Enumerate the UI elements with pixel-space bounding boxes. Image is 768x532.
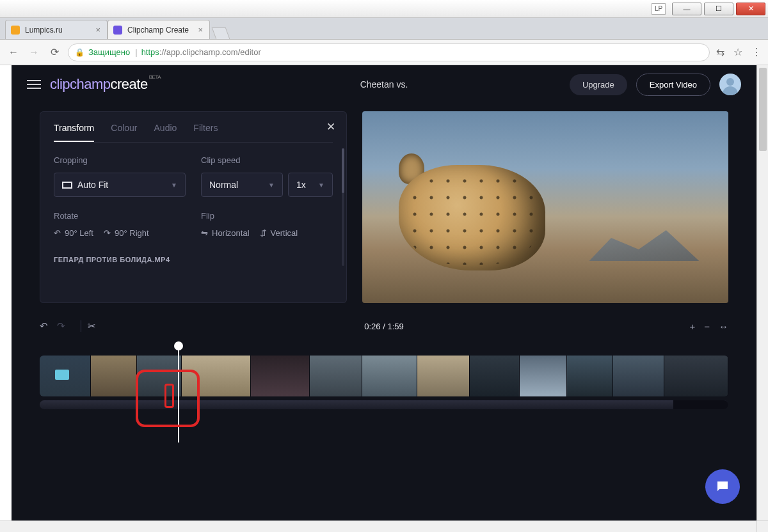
tab-close-icon[interactable]: × xyxy=(94,25,102,35)
clip-thumbnail[interactable] xyxy=(310,356,362,396)
app-logo[interactable]: clipchampcreateBETA xyxy=(50,76,159,93)
chevron-down-icon: ▼ xyxy=(268,182,275,189)
clip-thumbnail[interactable] xyxy=(567,356,613,396)
preview-background xyxy=(589,223,700,261)
timeline-track[interactable] xyxy=(40,356,728,396)
clipspeed-select[interactable]: Normal ▼ xyxy=(201,173,283,197)
rotate-left-icon: ↶ xyxy=(54,228,61,238)
browser-menu-icon[interactable]: ⋮ xyxy=(751,46,762,58)
chat-bubble-button[interactable] xyxy=(705,469,740,504)
address-bar[interactable]: 🔒 Защищено | https ://app.clipchamp.com/… xyxy=(68,43,710,61)
url-rest: ://app.clipchamp.com/editor xyxy=(159,47,261,57)
zoom-out-icon[interactable]: − xyxy=(704,321,710,332)
tab-transform[interactable]: Transform xyxy=(54,123,94,142)
window-maximize-button[interactable]: ☐ xyxy=(704,3,733,15)
clip-thumbnail[interactable] xyxy=(137,356,182,396)
export-video-button[interactable]: Export Video xyxy=(636,74,710,96)
bookmark-star-icon[interactable]: ☆ xyxy=(733,46,742,58)
flip-horizontal-button[interactable]: ⇋Horizontal xyxy=(201,228,250,238)
lock-icon: 🔒 xyxy=(75,48,84,57)
menu-icon[interactable] xyxy=(27,77,41,91)
zoom-in-icon[interactable]: + xyxy=(689,321,695,332)
cropping-select[interactable]: Auto Fit ▼ xyxy=(54,173,186,197)
crop-icon xyxy=(62,182,72,189)
app-header: clipchampcreateBETA Cheetan vs. Upgrade … xyxy=(12,65,756,104)
clip-thumbnail[interactable] xyxy=(362,356,417,396)
undo-icon[interactable]: ↶ xyxy=(40,320,48,332)
clipspeed-label: Clip speed xyxy=(201,155,333,165)
timeline-toolbar: ↶ ↷ ✂ 0:26 / 1:59 + − ↔ xyxy=(12,315,756,338)
clipspeed-multiplier-select[interactable]: 1x ▼ xyxy=(288,173,333,197)
browser-tab-clipchamp[interactable]: Clipchamp Create × xyxy=(108,20,210,39)
window-minimize-button[interactable]: — xyxy=(672,3,701,15)
flip-vertical-button[interactable]: ⇵Vertical xyxy=(260,228,298,238)
tab-colour[interactable]: Colour xyxy=(111,123,137,142)
browser-tabstrip: Lumpics.ru × Clipchamp Create × xyxy=(0,18,768,40)
chat-icon xyxy=(715,479,730,494)
tab-close-icon[interactable]: × xyxy=(196,25,204,35)
clip-thumbnail[interactable] xyxy=(40,356,91,396)
window-close-button[interactable]: ✕ xyxy=(736,3,765,15)
tab-title: Clipchamp Create xyxy=(127,26,189,35)
playhead[interactable] xyxy=(178,348,179,442)
rotate-label: Rotate xyxy=(54,211,186,221)
preview-subject xyxy=(406,173,538,265)
timeline-scrollbar[interactable] xyxy=(40,400,728,409)
nav-reload-icon[interactable]: ⟳ xyxy=(47,45,61,59)
translate-icon[interactable]: ⇆ xyxy=(716,46,724,58)
clip-thumbnail[interactable] xyxy=(417,356,470,396)
nav-forward-icon[interactable]: → xyxy=(27,45,41,59)
redo-icon[interactable]: ↷ xyxy=(57,320,65,332)
window-scrollbar-corner xyxy=(756,520,768,532)
window-scrollbar-vertical[interactable] xyxy=(756,65,768,520)
clip-thumbnail[interactable] xyxy=(664,356,728,396)
zoom-fit-icon[interactable]: ↔ xyxy=(719,321,728,332)
window-scrollbar-horizontal[interactable] xyxy=(0,520,756,532)
timeline-timecode: 0:26 / 1:59 xyxy=(364,322,403,331)
panel-scrollbar[interactable] xyxy=(342,148,344,266)
properties-panel: ✕ Transform Colour Audio Filters Croppin… xyxy=(40,111,347,303)
favicon-icon xyxy=(11,26,20,35)
browser-toolbar: ← → ⟳ 🔒 Защищено | https ://app.clipcham… xyxy=(0,40,768,65)
scissors-icon[interactable]: ✂ xyxy=(88,320,96,332)
project-title[interactable]: Cheetan vs. xyxy=(360,79,408,90)
avatar[interactable] xyxy=(719,74,741,95)
clip-thumbnail[interactable] xyxy=(470,356,520,396)
tab-audio[interactable]: Audio xyxy=(154,123,177,142)
clip-thumbnail[interactable] xyxy=(520,356,567,396)
clip-thumbnail[interactable] xyxy=(91,356,137,396)
new-tab-button[interactable] xyxy=(212,27,230,39)
rotate-left-button[interactable]: ↶90° Left xyxy=(54,228,93,238)
flip-horizontal-icon: ⇋ xyxy=(201,228,208,238)
flip-label: Flip xyxy=(201,211,333,221)
browser-tab-lumpics[interactable]: Lumpics.ru × xyxy=(5,20,108,39)
video-preview[interactable] xyxy=(362,111,728,303)
clip-thumbnail[interactable] xyxy=(251,356,310,396)
favicon-icon xyxy=(113,26,122,35)
rotate-right-icon: ↷ xyxy=(104,228,111,238)
chevron-down-icon: ▼ xyxy=(318,182,324,189)
panel-close-icon[interactable]: ✕ xyxy=(326,120,335,134)
lp-badge: LP xyxy=(652,3,666,15)
chevron-down-icon: ▼ xyxy=(171,182,177,189)
flip-vertical-icon: ⇵ xyxy=(260,228,267,238)
app-viewport: clipchampcreateBETA Cheetan vs. Upgrade … xyxy=(12,65,756,520)
clip-thumbnail[interactable] xyxy=(613,356,664,396)
nav-back-icon[interactable]: ← xyxy=(6,45,20,59)
secure-label: Защищено xyxy=(88,47,130,57)
clip-filename: ГЕПАРД ПРОТИВ БОЛИДА.MP4 xyxy=(54,256,333,263)
upgrade-button[interactable]: Upgrade xyxy=(570,74,627,95)
tab-title: Lumpics.ru xyxy=(25,26,63,35)
url-protocol: https xyxy=(141,47,159,57)
timeline[interactable] xyxy=(40,356,728,409)
rotate-right-button[interactable]: ↷90° Right xyxy=(104,228,149,238)
cropping-label: Cropping xyxy=(54,155,186,165)
clip-thumbnail[interactable] xyxy=(182,356,251,396)
tab-filters[interactable]: Filters xyxy=(193,123,218,142)
window-titlebar: LP — ☐ ✕ xyxy=(0,0,768,18)
